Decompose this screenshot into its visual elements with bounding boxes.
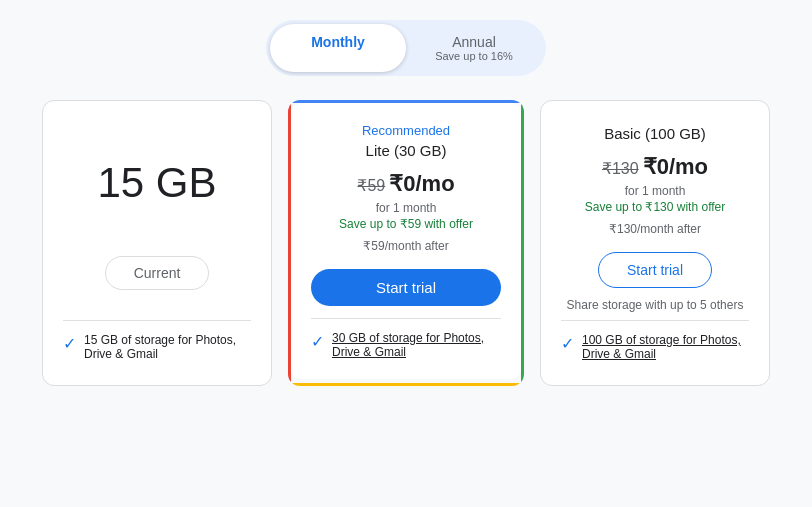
- lite-period: for 1 month: [376, 201, 437, 215]
- basic-feature-section: ✓ 100 GB of storage for Photos, Drive & …: [561, 320, 749, 361]
- lite-feature-text: 30 GB of storage for Photos, Drive & Gma…: [332, 331, 501, 359]
- annual-save-text: Save up to 16%: [422, 50, 526, 62]
- annual-label: Annual: [452, 34, 496, 50]
- lite-after-text: ₹59/month after: [363, 239, 448, 253]
- basic-plan-card: Basic (100 GB) ₹130 ₹0/mo for 1 month Sa…: [540, 100, 770, 386]
- basic-start-trial-button[interactable]: Start trial: [598, 252, 712, 288]
- recommended-label: Recommended: [362, 123, 450, 138]
- lite-original-price: ₹59: [357, 176, 385, 195]
- lite-feature-section: ✓ 30 GB of storage for Photos, Drive & G…: [311, 318, 501, 359]
- basic-plan-name: Basic (100 GB): [604, 125, 706, 142]
- annual-toggle[interactable]: Annual Save up to 16%: [406, 24, 542, 72]
- free-feature-text: 15 GB of storage for Photos, Drive & Gma…: [84, 333, 251, 361]
- basic-check-icon: ✓: [561, 334, 574, 353]
- monthly-toggle[interactable]: Monthly: [270, 24, 406, 72]
- lite-plan-wrapper: Recommended Lite (30 GB) ₹59 ₹0/mo for 1…: [288, 100, 524, 386]
- basic-current-price: ₹0/mo: [643, 154, 708, 180]
- basic-pricing: ₹130 ₹0/mo: [602, 154, 708, 180]
- lite-feature-item: ✓ 30 GB of storage for Photos, Drive & G…: [311, 331, 501, 359]
- basic-original-price: ₹130: [602, 159, 639, 178]
- basic-feature-item: ✓ 100 GB of storage for Photos, Drive & …: [561, 333, 749, 361]
- free-storage-label: 15 GB: [97, 159, 216, 207]
- lite-check-icon: ✓: [311, 332, 324, 351]
- monthly-label: Monthly: [311, 34, 365, 50]
- free-plan-card: 15 GB Current ✓ 15 GB of storage for Pho…: [42, 100, 272, 386]
- lite-plan-card: Recommended Lite (30 GB) ₹59 ₹0/mo for 1…: [291, 103, 521, 379]
- lite-start-trial-button[interactable]: Start trial: [311, 269, 501, 306]
- current-button[interactable]: Current: [105, 256, 210, 290]
- basic-save-text: Save up to ₹130 with offer: [585, 200, 726, 214]
- billing-toggle[interactable]: Monthly Annual Save up to 16%: [266, 20, 546, 76]
- lite-save-text: Save up to ₹59 with offer: [339, 217, 473, 231]
- free-feature-item: ✓ 15 GB of storage for Photos, Drive & G…: [63, 320, 251, 361]
- basic-feature-text: 100 GB of storage for Photos, Drive & Gm…: [582, 333, 749, 361]
- basic-after-text: ₹130/month after: [609, 222, 701, 236]
- basic-period: for 1 month: [625, 184, 686, 198]
- lite-pricing: ₹59 ₹0/mo: [357, 171, 454, 197]
- plans-container: 15 GB Current ✓ 15 GB of storage for Pho…: [42, 100, 770, 386]
- check-icon: ✓: [63, 334, 76, 353]
- lite-plan-name: Lite (30 GB): [366, 142, 447, 159]
- basic-share-note: Share storage with up to 5 others: [567, 298, 744, 312]
- lite-current-price: ₹0/mo: [389, 171, 454, 197]
